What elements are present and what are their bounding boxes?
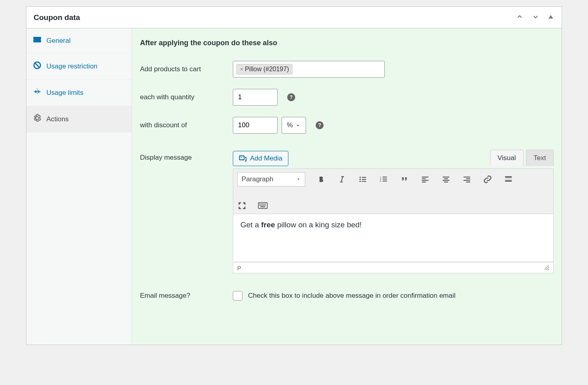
svg-rect-30 <box>505 178 512 179</box>
svg-rect-39 <box>261 205 262 206</box>
discount-unit-value: % <box>287 121 293 129</box>
discount-label: with discount of <box>140 121 233 129</box>
editor-tab-visual[interactable]: Visual <box>490 150 524 166</box>
svg-point-6 <box>360 178 361 180</box>
section-title: After applying the coupon do these also <box>132 28 562 55</box>
svg-rect-40 <box>262 205 263 206</box>
svg-rect-34 <box>261 204 262 205</box>
svg-point-7 <box>360 180 361 182</box>
svg-rect-42 <box>265 205 266 206</box>
panel-title: Coupon data <box>34 13 80 22</box>
svg-point-5 <box>360 176 361 178</box>
display-message-label: Display message <box>140 150 233 273</box>
panel-controls <box>515 12 554 22</box>
svg-rect-9 <box>362 179 366 180</box>
ticket-icon <box>33 36 42 45</box>
svg-rect-31 <box>505 180 512 182</box>
svg-rect-28 <box>466 182 470 182</box>
svg-rect-19 <box>422 180 429 181</box>
resize-grip-icon[interactable] <box>544 265 549 270</box>
svg-rect-3 <box>240 156 244 160</box>
email-message-label: Email message? <box>140 292 233 300</box>
svg-rect-10 <box>362 181 366 182</box>
sidebar-item-general[interactable]: General <box>26 28 132 53</box>
add-products-label: Add products to cart <box>140 65 233 73</box>
sidebar-item-label: Usage limits <box>46 89 84 97</box>
sidebar-item-label: General <box>46 37 70 45</box>
settings-sidebar: General Usage restriction Usage limits A… <box>26 28 132 345</box>
sidebar-item-usage-restriction[interactable]: Usage restriction <box>26 53 132 80</box>
svg-rect-16 <box>383 180 387 181</box>
editor-content[interactable]: Get a free pillow on a king size bed! <box>233 214 554 262</box>
svg-rect-26 <box>466 178 470 179</box>
panel-header: Coupon data <box>26 7 562 28</box>
read-more-icon[interactable] <box>504 174 513 184</box>
svg-rect-18 <box>422 178 426 179</box>
sidebar-item-usage-limits[interactable]: Usage limits <box>26 80 132 106</box>
panel-toggle-icon[interactable] <box>547 13 554 22</box>
quantity-row: each with quantity ? <box>132 83 562 111</box>
svg-rect-43 <box>260 207 265 207</box>
bullet-list-icon[interactable] <box>358 174 368 184</box>
editor-text: Get a <box>240 221 261 229</box>
svg-rect-29 <box>505 176 512 178</box>
svg-rect-38 <box>259 205 260 206</box>
svg-rect-17 <box>422 176 429 177</box>
svg-rect-14 <box>383 176 387 177</box>
editor-text-bold: free <box>261 221 275 229</box>
editor-path: P <box>237 265 241 271</box>
add-products-row: Add products to cart × Pillow (#20197) <box>132 55 562 83</box>
sidebar-item-label: Actions <box>46 115 69 123</box>
email-message-row: Email message? Check this box to include… <box>132 273 562 310</box>
help-icon[interactable]: ? <box>316 121 324 129</box>
format-select[interactable]: Paragraph <box>237 172 305 186</box>
number-list-icon[interactable]: 123 <box>379 174 388 184</box>
italic-icon[interactable] <box>337 174 347 184</box>
chevron-down-icon <box>295 122 301 128</box>
panel-move-up-icon[interactable] <box>515 12 524 22</box>
discount-input[interactable] <box>233 117 278 134</box>
svg-rect-36 <box>264 204 264 205</box>
svg-rect-23 <box>443 180 450 181</box>
add-media-label: Add Media <box>250 154 282 162</box>
discount-row: with discount of % ? <box>132 111 562 139</box>
align-right-icon[interactable] <box>462 174 472 184</box>
svg-rect-37 <box>265 204 266 205</box>
editor-toolbar: Paragraph 123 <box>233 168 554 214</box>
svg-text:3: 3 <box>380 180 381 182</box>
quantity-input[interactable] <box>233 89 278 106</box>
svg-line-1 <box>35 63 40 68</box>
svg-rect-15 <box>383 178 387 179</box>
format-select-value: Paragraph <box>242 175 273 183</box>
sidebar-item-actions[interactable]: Actions <box>26 106 132 132</box>
svg-rect-20 <box>422 182 426 182</box>
add-media-button[interactable]: Add Media <box>233 151 288 166</box>
svg-rect-27 <box>464 180 470 181</box>
fullscreen-icon[interactable] <box>237 201 247 211</box>
svg-rect-35 <box>262 204 263 205</box>
editor-text: pillow on a king size bed! <box>275 221 362 229</box>
chip-remove-icon[interactable]: × <box>240 66 243 72</box>
quote-icon[interactable] <box>400 174 409 184</box>
editor-tab-text[interactable]: Text <box>526 150 554 166</box>
align-left-icon[interactable] <box>420 174 430 184</box>
actions-content: After applying the coupon do these also … <box>132 28 562 345</box>
keyboard-icon[interactable] <box>258 201 268 211</box>
add-products-input[interactable]: × Pillow (#20197) <box>233 61 385 78</box>
svg-rect-21 <box>443 176 450 177</box>
chip-label: Pillow (#20197) <box>245 66 289 73</box>
email-checkbox[interactable] <box>233 291 242 301</box>
sidebar-item-label: Usage restriction <box>46 62 98 70</box>
help-icon[interactable]: ? <box>287 93 295 101</box>
coupon-data-panel: Coupon data General <box>26 6 562 345</box>
link-icon[interactable] <box>483 174 492 184</box>
bold-icon[interactable] <box>316 174 326 184</box>
svg-rect-22 <box>444 178 448 179</box>
align-center-icon[interactable] <box>441 174 451 184</box>
panel-move-down-icon[interactable] <box>531 12 540 22</box>
discount-unit-select[interactable]: % <box>282 117 306 134</box>
quantity-label: each with quantity <box>140 93 233 101</box>
media-icon <box>239 155 247 162</box>
svg-rect-25 <box>464 176 470 177</box>
svg-point-4 <box>241 157 242 158</box>
